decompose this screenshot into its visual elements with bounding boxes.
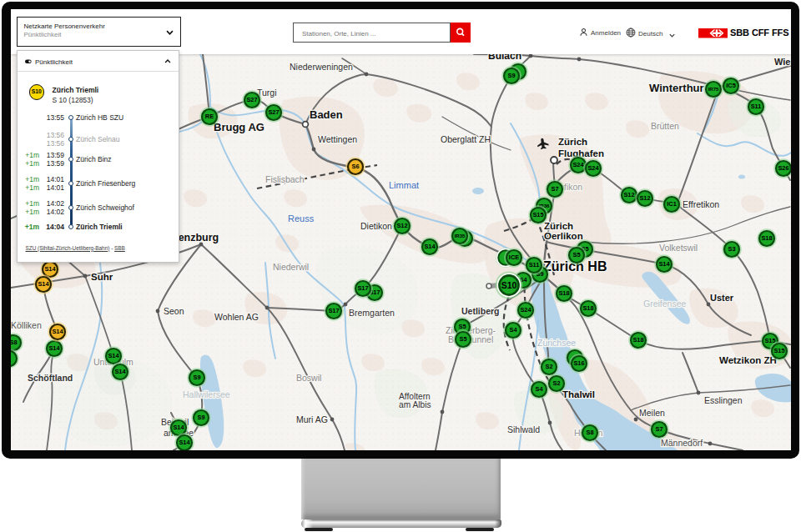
svg-text:S18: S18	[558, 289, 569, 297]
svg-text:S26: S26	[778, 164, 788, 172]
svg-text:Zürichsee: Zürichsee	[537, 338, 576, 348]
svg-text:Zürich: Zürich	[544, 221, 573, 231]
svg-text:Meilen: Meilen	[639, 408, 665, 418]
svg-text:Dietikon: Dietikon	[360, 221, 392, 231]
svg-text:IC5: IC5	[726, 82, 736, 89]
svg-text:Brütten: Brütten	[651, 121, 679, 131]
svg-text:S14: S14	[44, 265, 56, 273]
svg-text:Schöftland: Schöftland	[28, 373, 73, 383]
svg-text:S7: S7	[551, 185, 558, 193]
svg-text:S2: S2	[545, 363, 552, 370]
svg-text:S4: S4	[535, 385, 543, 393]
svg-text:S12: S12	[639, 194, 650, 202]
svg-text:S4: S4	[509, 326, 517, 334]
svg-text:S14: S14	[48, 344, 60, 352]
svg-text:Kölliken: Kölliken	[11, 320, 42, 330]
svg-text:Wettingen: Wettingen	[318, 134, 357, 144]
svg-text:Sihlwald: Sihlwald	[507, 424, 540, 434]
svg-text:am Albis: am Albis	[399, 400, 431, 409]
svg-text:S9: S9	[507, 72, 515, 79]
svg-text:S3: S3	[728, 245, 735, 253]
svg-text:Seon: Seon	[164, 306, 184, 316]
svg-text:S12: S12	[623, 191, 634, 198]
svg-text:Greifensee: Greifensee	[643, 299, 687, 309]
svg-text:S14: S14	[179, 439, 190, 446]
svg-text:S18: S18	[582, 304, 593, 312]
svg-text:IR35: IR35	[455, 233, 466, 238]
svg-text:Boswil: Boswil	[296, 373, 321, 383]
svg-text:Oerlikon: Oerlikon	[544, 231, 583, 241]
svg-text:Männedorf: Männedorf	[661, 438, 703, 448]
svg-text:IC1: IC1	[667, 200, 677, 208]
svg-text:S24: S24	[520, 306, 531, 314]
svg-text:S9: S9	[193, 374, 200, 381]
svg-text:S12: S12	[396, 222, 407, 229]
svg-text:S16: S16	[573, 359, 584, 367]
svg-text:S14: S14	[108, 352, 119, 359]
svg-text:Uetliberg: Uetliberg	[461, 306, 500, 316]
svg-text:S7: S7	[655, 425, 662, 433]
svg-text:S10: S10	[501, 280, 517, 290]
svg-text:S15: S15	[773, 347, 784, 354]
svg-text:Uster: Uster	[710, 293, 734, 303]
svg-text:S11: S11	[751, 103, 762, 110]
svg-text:Niederweningen: Niederweningen	[290, 62, 353, 72]
svg-text:S17: S17	[357, 284, 368, 292]
svg-text:Niederwil: Niederwil	[273, 262, 309, 272]
svg-text:Wetzikon ZH: Wetzikon ZH	[719, 355, 777, 365]
svg-text:Reuss: Reuss	[288, 213, 315, 223]
svg-text:S27: S27	[268, 108, 279, 116]
svg-text:S8: S8	[11, 339, 18, 346]
svg-text:S5: S5	[458, 323, 466, 330]
svg-text:Esslingen: Esslingen	[704, 395, 743, 405]
svg-text:ICE: ICE	[509, 253, 519, 261]
svg-text:Limmat: Limmat	[389, 180, 419, 190]
svg-text:Baden: Baden	[310, 108, 343, 121]
svg-text:S14: S14	[173, 424, 184, 431]
svg-text:RE: RE	[205, 113, 214, 120]
svg-text:Volketswil: Volketswil	[659, 243, 698, 253]
svg-text:S9: S9	[197, 414, 204, 421]
svg-text:Winterthur: Winterthur	[649, 82, 704, 94]
svg-text:S14: S14	[658, 260, 670, 268]
svg-text:Fislisbach: Fislisbach	[265, 174, 305, 184]
svg-text:S18: S18	[632, 336, 643, 344]
svg-text:S24: S24	[572, 161, 584, 168]
svg-text:S18: S18	[761, 234, 772, 242]
svg-text:Effretikon: Effretikon	[683, 199, 719, 209]
svg-text:Oberglatt ZH: Oberglatt ZH	[441, 134, 491, 144]
svg-text:S14: S14	[114, 368, 126, 375]
svg-text:S14: S14	[52, 328, 63, 335]
svg-text:S24: S24	[587, 164, 599, 172]
svg-text:Bremgarten: Bremgarten	[349, 308, 395, 318]
svg-text:Wohlen AG: Wohlen AG	[214, 312, 259, 322]
svg-text:S27: S27	[246, 96, 257, 103]
svg-text:S6: S6	[351, 163, 359, 170]
svg-text:Zürich: Zürich	[558, 137, 587, 147]
svg-text:Thalwil: Thalwil	[562, 389, 595, 399]
svg-text:Hallwilersee: Hallwilersee	[183, 389, 230, 399]
svg-text:S11: S11	[529, 261, 540, 269]
svg-text:S5: S5	[459, 335, 466, 343]
svg-text:Wiesend: Wiesend	[774, 57, 791, 67]
svg-text:Brugg AG: Brugg AG	[214, 121, 264, 133]
svg-text:S15: S15	[532, 211, 543, 218]
svg-text:Muri AG: Muri AG	[296, 414, 328, 424]
svg-text:S5: S5	[572, 251, 580, 258]
svg-text:S2: S2	[552, 379, 560, 387]
svg-text:S17: S17	[328, 307, 339, 314]
svg-text:S14: S14	[424, 243, 436, 250]
svg-text:S14: S14	[38, 280, 49, 288]
svg-text:IR75: IR75	[708, 87, 719, 92]
svg-text:S8: S8	[586, 429, 593, 436]
svg-text:Bülach: Bülach	[488, 54, 521, 62]
svg-text:Suhr: Suhr	[91, 272, 113, 282]
